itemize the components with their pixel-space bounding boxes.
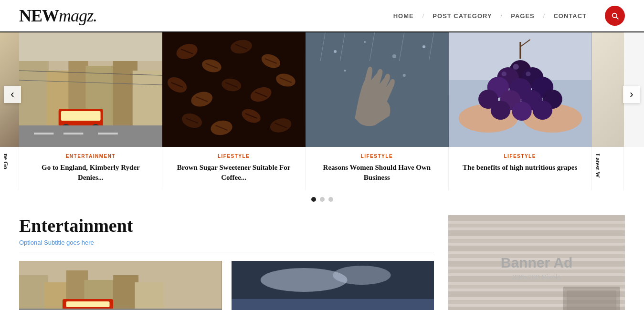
content-left: Entertainment Optional Subtitle goes her… <box>19 215 434 310</box>
nav-home[interactable]: HOME <box>385 12 422 20</box>
svg-rect-85 <box>113 275 138 310</box>
svg-point-76 <box>501 72 506 76</box>
site-logo[interactable]: NEWmagz. <box>19 6 97 26</box>
banner-ad-sub: 336x280 Pixels <box>501 273 573 281</box>
svg-rect-86 <box>135 282 164 310</box>
caption-title-rain: Reasons Women Should Have Own Business <box>315 163 439 183</box>
slide-rain <box>306 32 449 147</box>
article-img-2 <box>232 261 434 310</box>
captions-row: ne Go ENTERTAINMENT Go to England, Kimbe… <box>0 147 644 190</box>
section-subtitle: Optional Subtitle goes here <box>19 239 434 252</box>
caption-title-partial-left: ne Go <box>2 154 10 169</box>
svg-point-52 <box>403 74 406 77</box>
carousel: ‹ <box>0 32 644 147</box>
caption-title-city: Go to England, Kimberly Ryder Denies... <box>29 163 152 183</box>
svg-rect-88 <box>66 301 110 307</box>
caption-grapes[interactable]: LIFESTYLE The benefits of high nutritiou… <box>449 147 592 190</box>
nav-contact[interactable]: CONTACT <box>545 12 595 20</box>
svg-point-48 <box>364 41 366 43</box>
banner-ad-title: Banner Ad <box>501 255 573 271</box>
nav-post-category[interactable]: POST CATEGORY <box>424 12 500 20</box>
svg-rect-112 <box>567 290 616 310</box>
caption-title-coffee: Brown Sugar Sweetener Suitable For Coffe… <box>172 163 296 183</box>
carousel-dot-1[interactable] <box>311 197 316 202</box>
slide-coffee <box>162 32 306 147</box>
caption-category-grapes: LIFESTYLE <box>458 154 582 159</box>
slide-img-coffee <box>162 32 306 147</box>
svg-rect-81 <box>19 275 48 310</box>
caption-category-rain: LIFESTYLE <box>315 154 439 159</box>
article-2[interactable]: ENTERTAINMENT Latest Stories <box>232 261 434 310</box>
svg-rect-98 <box>448 224 625 227</box>
svg-rect-101 <box>448 246 625 251</box>
subtitle-link[interactable]: Subtitle goes here <box>44 239 94 246</box>
carousel-dots <box>0 190 644 210</box>
svg-rect-14 <box>98 133 118 134</box>
main-content: Entertainment Optional Subtitle goes her… <box>0 210 644 310</box>
svg-point-74 <box>532 101 552 120</box>
main-nav: HOME / POST CATEGORY / PAGES / CONTACT <box>385 6 625 26</box>
site-header: NEWmagz. HOME / POST CATEGORY / PAGES / … <box>0 0 644 32</box>
carousel-images <box>0 32 644 147</box>
svg-rect-100 <box>448 239 625 243</box>
svg-rect-11 <box>19 125 162 147</box>
caption-city[interactable]: ENTERTAINMENT Go to England, Kimberly Ry… <box>19 147 162 190</box>
carousel-next-button[interactable]: › <box>623 86 640 103</box>
article-1[interactable]: ENTERTAINMENT Breath of Fresh Air in the <box>19 261 222 310</box>
svg-rect-93 <box>232 299 434 310</box>
carousel-dot-2[interactable] <box>320 197 325 202</box>
slide-img-partial-right <box>592 32 624 147</box>
svg-rect-12 <box>34 133 53 134</box>
caption-coffee[interactable]: LIFESTYLE Brown Sugar Sweetener Suitable… <box>162 147 306 190</box>
svg-point-75 <box>513 64 518 70</box>
search-button[interactable] <box>605 6 625 26</box>
svg-rect-8 <box>61 111 101 121</box>
svg-point-51 <box>344 70 346 72</box>
subtitle-plain: Optional <box>19 239 44 246</box>
carousel-prev-button[interactable]: ‹ <box>4 86 21 103</box>
svg-rect-97 <box>448 215 625 221</box>
nav-pages[interactable]: PAGES <box>502 12 543 20</box>
slide-img-rain <box>306 32 449 147</box>
svg-rect-99 <box>448 230 625 236</box>
svg-point-72 <box>491 101 510 120</box>
sidebar: Banner Ad 336x280 Pixels <box>448 215 625 310</box>
slide-img-city <box>19 32 162 147</box>
search-icon <box>611 11 619 20</box>
caption-title-grapes: The benefits of high nutritious grapes <box>458 163 582 173</box>
caption-category-city: ENTERTAINMENT <box>29 154 152 159</box>
svg-point-49 <box>392 54 396 58</box>
svg-point-47 <box>334 50 337 53</box>
carousel-dot-3[interactable] <box>328 197 333 202</box>
svg-point-94 <box>260 268 347 292</box>
svg-point-50 <box>422 45 425 48</box>
svg-point-95 <box>333 266 391 285</box>
caption-category-coffee: LIFESTYLE <box>172 154 296 159</box>
svg-point-77 <box>526 72 530 76</box>
articles-row: ENTERTAINMENT Breath of Fresh Air in the <box>19 261 434 310</box>
caption-rain[interactable]: LIFESTYLE Reasons Women Should Have Own … <box>306 147 449 190</box>
article-img-1 <box>19 261 222 310</box>
caption-title-partial-right: Latest W <box>594 154 602 178</box>
svg-rect-13 <box>63 133 83 134</box>
section-title-entertainment: Entertainment <box>19 215 434 236</box>
caption-partial-left: ne Go <box>0 147 19 190</box>
slide-city <box>19 32 162 147</box>
slide-grapes <box>449 32 592 147</box>
svg-rect-17 <box>19 32 162 61</box>
svg-point-73 <box>512 102 531 121</box>
banner-ad[interactable]: Banner Ad 336x280 Pixels <box>448 215 625 310</box>
slide-img-grapes <box>449 32 592 147</box>
slide-partial-right <box>592 32 624 147</box>
caption-partial-right: Latest W <box>592 147 624 190</box>
